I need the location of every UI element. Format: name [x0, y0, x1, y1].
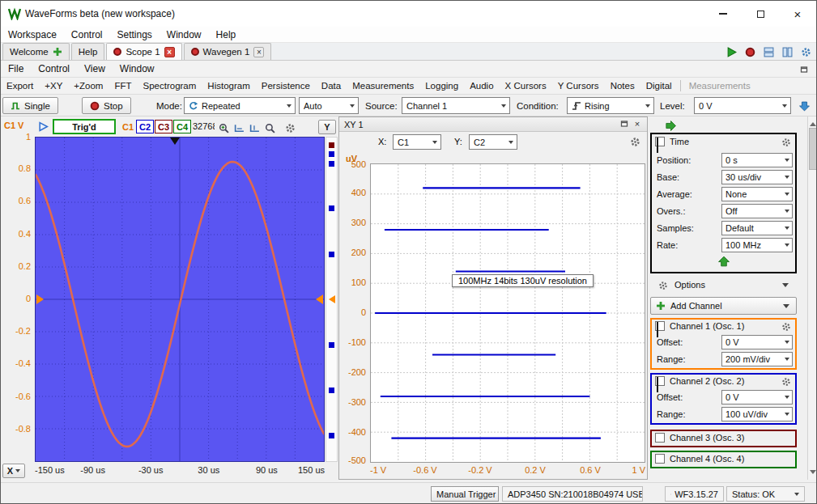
- zoom-in-button[interactable]: [216, 121, 231, 135]
- scrollbar-thumb[interactable]: [809, 128, 817, 170]
- fit-vertical-button[interactable]: [247, 121, 262, 135]
- tab-scope-1[interactable]: Scope 1 ×: [106, 43, 181, 60]
- toolbar-item-add-xy[interactable]: +XY: [39, 78, 68, 95]
- restore-window-button[interactable]: [797, 62, 811, 77]
- menu-control[interactable]: Control: [64, 27, 110, 43]
- c2-offset-marker[interactable]: [329, 151, 334, 157]
- channel1-offset-dropdown[interactable]: 0 V: [721, 335, 793, 349]
- status-dropdown[interactable]: Status: OK: [726, 486, 805, 502]
- toolbar-item-x-cursors[interactable]: X Cursors: [500, 78, 552, 95]
- toolbar-item-audio[interactable]: Audio: [464, 78, 499, 95]
- y-axis-button[interactable]: Y: [318, 120, 336, 134]
- base-dropdown[interactable]: 30 us/div: [721, 170, 793, 184]
- samples-dropdown[interactable]: Default: [721, 221, 793, 235]
- channel2-range-dropdown[interactable]: 100 uV/div: [721, 407, 793, 421]
- channel1-checkbox[interactable]: [655, 321, 665, 331]
- trigger-mode-dropdown[interactable]: Auto: [299, 97, 359, 114]
- channel1-range-dropdown[interactable]: 200 mV/div: [721, 352, 793, 366]
- xy-settings-button[interactable]: [628, 134, 642, 149]
- workspace-settings-button[interactable]: [798, 44, 813, 59]
- run-all-button[interactable]: [724, 44, 738, 59]
- stop-button[interactable]: Stop: [82, 97, 131, 114]
- toolbar-item-fft[interactable]: FFT: [109, 78, 137, 95]
- scroll-up-icon[interactable]: [810, 119, 816, 126]
- channel4-checkbox[interactable]: [655, 454, 665, 464]
- position-dropdown[interactable]: 0 s: [721, 153, 793, 167]
- toolbar-item-histogram[interactable]: Histogram: [202, 78, 255, 95]
- options-row[interactable]: Options: [650, 277, 797, 294]
- close-button[interactable]: ×: [779, 1, 816, 27]
- channel2-settings-button[interactable]: [780, 375, 793, 388]
- channel2-checkbox[interactable]: [655, 376, 665, 386]
- tile-vertical-button[interactable]: [780, 44, 794, 59]
- sidebar-scrollbar[interactable]: [807, 116, 817, 480]
- channel2-offset-dropdown[interactable]: 0 V: [721, 390, 793, 404]
- channel-c2-button[interactable]: C2: [136, 120, 154, 133]
- scroll-down-icon[interactable]: [810, 470, 816, 477]
- rate-dropdown[interactable]: 100 MHz: [721, 238, 793, 252]
- tab-welcome[interactable]: Welcome: [2, 43, 70, 60]
- toolbar-item-export[interactable]: Export: [1, 78, 39, 95]
- title-bar[interactable]: WaveForms beta (new workspace) ×: [1, 1, 816, 27]
- oversampling-dropdown[interactable]: Off: [721, 204, 793, 218]
- xy-plot[interactable]: 100MHz 14bits 130uV resolution: [370, 163, 645, 463]
- toolbar-item-data[interactable]: Data: [316, 78, 347, 95]
- tab-wavegen-1[interactable]: Wavegen 1 ×: [184, 43, 272, 60]
- channel1-settings-button[interactable]: [780, 320, 793, 333]
- toolbar-item-logging[interactable]: Logging: [419, 78, 464, 95]
- scope-menu-file[interactable]: File: [1, 61, 31, 77]
- green-up-arrow-icon[interactable]: [718, 256, 730, 267]
- level-combo[interactable]: 0 V: [694, 97, 791, 114]
- menu-workspace[interactable]: Workspace: [1, 27, 64, 43]
- tab-help[interactable]: Help: [71, 43, 105, 60]
- manual-trigger-button[interactable]: Manual Trigger: [431, 486, 499, 502]
- scope-menu-control[interactable]: Control: [31, 61, 77, 77]
- toolbar-item-persistence[interactable]: Persistence: [256, 78, 316, 95]
- single-button[interactable]: Single: [2, 97, 58, 114]
- x-axis-button[interactable]: X: [2, 464, 25, 478]
- xy-title-bar[interactable]: XY 1 ×: [339, 117, 647, 132]
- menu-help[interactable]: Help: [209, 27, 244, 43]
- add-instrument-icon[interactable]: [53, 47, 62, 57]
- channel-c3-button[interactable]: C3: [155, 120, 172, 133]
- xy-close-button[interactable]: ×: [631, 118, 644, 129]
- toolbar-item-measurements[interactable]: Measurements: [347, 78, 419, 95]
- scope-menu-view[interactable]: View: [77, 61, 113, 77]
- time-checkbox[interactable]: [655, 137, 665, 146]
- toolbar-item-notes[interactable]: Notes: [605, 78, 640, 95]
- trigger-level-marker-left[interactable]: [36, 294, 44, 304]
- maximize-button[interactable]: [742, 1, 779, 27]
- tab-scope-close-icon[interactable]: ×: [164, 47, 175, 57]
- toolbar-item-add-zoom[interactable]: +Zoom: [68, 78, 109, 95]
- channel-c1-button[interactable]: C1: [120, 120, 136, 133]
- stop-all-button[interactable]: [743, 44, 757, 59]
- fit-horizontal-button[interactable]: [232, 121, 246, 135]
- scope-plot[interactable]: [35, 137, 325, 462]
- xy-y-channel-dropdown[interactable]: C2: [469, 134, 517, 150]
- xy-x-channel-dropdown[interactable]: C1: [393, 134, 441, 150]
- toolbar-item-spectrogram[interactable]: Spectrogram: [138, 78, 202, 95]
- green-right-arrow-icon[interactable]: [666, 121, 676, 131]
- scope-menu-window[interactable]: Window: [113, 61, 162, 77]
- source-dropdown[interactable]: Channel 1: [402, 97, 510, 114]
- menu-settings[interactable]: Settings: [110, 27, 160, 43]
- time-settings-button[interactable]: [780, 136, 793, 149]
- xy-undock-button[interactable]: [619, 119, 629, 130]
- toolbar-item-digital[interactable]: Digital: [640, 78, 678, 95]
- add-channel-button[interactable]: Add Channel: [650, 297, 797, 315]
- menu-window[interactable]: Window: [160, 27, 209, 43]
- minimize-button[interactable]: [704, 1, 742, 27]
- channel-c4-button[interactable]: C4: [173, 120, 191, 133]
- mode-dropdown[interactable]: Repeated: [184, 97, 296, 114]
- trigger-time-marker[interactable]: [170, 138, 180, 145]
- toolbar-item-y-cursors[interactable]: Y Cursors: [552, 78, 605, 95]
- plot-settings-button[interactable]: [283, 121, 297, 135]
- trigger-options-button[interactable]: [797, 99, 811, 113]
- tab-wavegen-close-icon[interactable]: ×: [253, 47, 264, 57]
- trigger-level-marker-right[interactable]: [316, 294, 323, 304]
- c1-offset-marker[interactable]: [329, 295, 335, 303]
- tile-horizontal-button[interactable]: [761, 44, 776, 59]
- zoom-button[interactable]: [262, 121, 277, 135]
- channel3-checkbox[interactable]: [655, 433, 665, 443]
- condition-dropdown[interactable]: Rising: [567, 97, 654, 114]
